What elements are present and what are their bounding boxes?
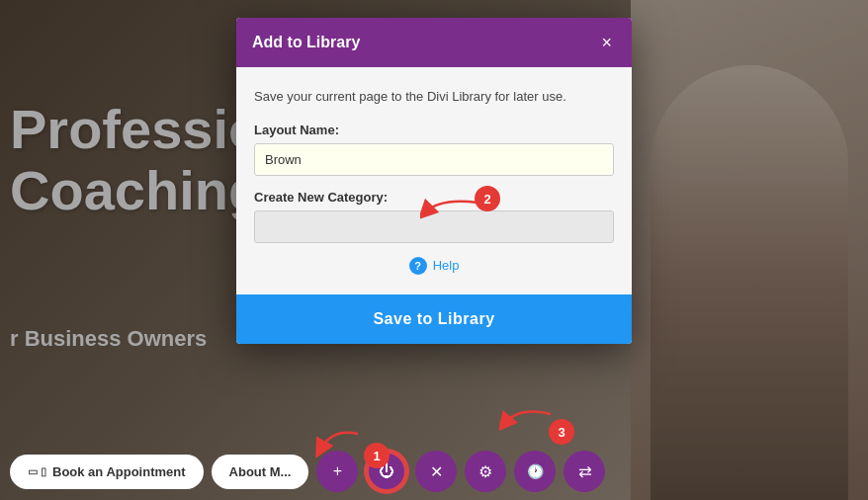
layout-name-input[interactable] [254,143,614,176]
power-button[interactable]: ⏻ [366,451,407,492]
category-label: Create New Category: [254,190,614,205]
modal-header: Add to Library × [236,18,632,67]
help-row: ? Help [254,257,614,275]
add-icon: + [333,462,342,480]
layout-icon: ⇅ [575,465,594,478]
save-to-library-button[interactable]: Save to Library [236,294,632,344]
about-button-label: About M... [229,464,292,479]
category-input[interactable] [254,210,614,243]
modal-close-button[interactable]: × [597,32,616,53]
settings-icon: ⚙ [478,462,492,481]
mobile-icon: ▭ [28,465,38,478]
bottom-toolbar: ▭ ▯ Book an Appointment About M... + ⏻ 1… [0,443,868,500]
book-appointment-button[interactable]: ▭ ▯ Book an Appointment [10,455,204,489]
add-to-library-modal: Add to Library × Save your current page … [236,18,632,344]
layout-name-label: Layout Name: [254,123,614,137]
help-icon[interactable]: ? [409,257,427,275]
layout-button[interactable]: ⇅ [564,451,605,492]
close-icon: ✕ [430,462,443,481]
close-button[interactable]: ✕ [415,451,457,492]
settings-button[interactable]: ⚙ [465,451,506,492]
about-button[interactable]: About M... [212,455,309,489]
history-icon: 🕐 [527,463,544,479]
add-button[interactable]: + [316,451,358,492]
help-link[interactable]: Help [433,258,460,273]
book-appointment-label: Book an Appointment [52,464,186,479]
modal-footer: Save to Library [236,294,632,344]
tablet-icon: ▯ [41,465,46,478]
modal-title: Add to Library [252,34,360,51]
device-icons: ▭ ▯ [28,465,46,478]
modal-body: Save your current page to the Divi Libra… [236,67,632,294]
power-icon: ⏻ [379,462,394,480]
modal-description: Save your current page to the Divi Libra… [254,87,614,107]
history-button[interactable]: 🕐 [514,451,556,492]
